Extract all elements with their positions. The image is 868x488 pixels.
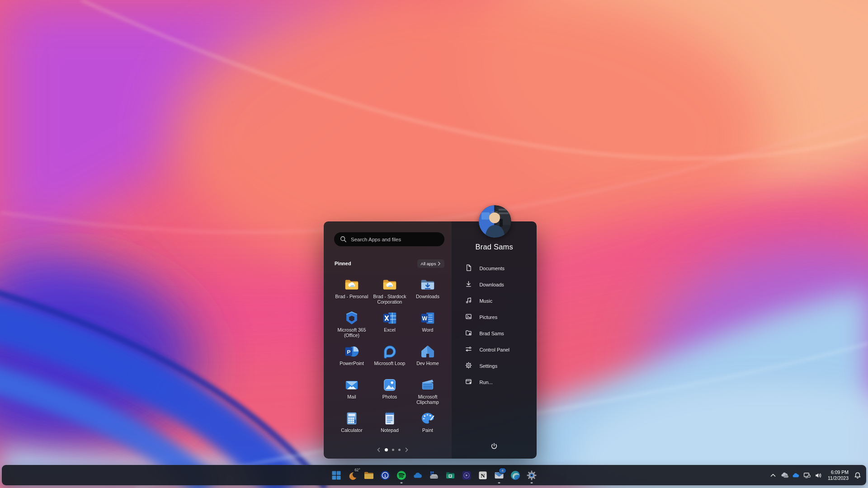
devhome-icon [420,344,435,359]
search-icon [340,236,347,243]
word-icon: W [420,310,435,326]
bell-icon [854,471,862,479]
running-indicator [498,482,500,483]
clock-time: 6:09 PM [828,469,849,475]
taskbar-edge-button[interactable] [509,466,522,484]
settings-gear-icon [526,470,537,481]
app-tile-powerpoint[interactable]: PPowerPoint [333,344,371,377]
taskbar-external-drive-button[interactable] [428,466,440,484]
app-tile-label: Paint [422,428,433,433]
app-tile-label: Brad - Personal [335,294,368,300]
app-tile-photos[interactable]: Photos [371,377,409,411]
app-tile-label: Downloads [416,294,439,300]
spotify-icon [396,470,407,481]
app-tile-microsoft-365-office[interactable]: Microsoft 365 (Office) [333,310,371,344]
user-shortcut-documents[interactable]: Documents [452,260,537,277]
clock-date: 11/2/2023 [828,475,849,481]
clouds-gray-icon [780,471,788,479]
app-tile-label: Calculator [341,428,362,433]
page-dot-1[interactable] [385,448,388,451]
pinned-app-grid: Brad - PersonalBrad - Stardock Corporati… [333,277,447,444]
onedrive-cloud-icon [412,470,423,481]
app-tile-label: Microsoft Loop [374,361,406,366]
pinned-heading: Pinned [335,261,351,266]
user-shortcut-label: Control Panel [479,347,509,352]
user-shortcut-control-panel[interactable]: Control Panel [452,342,537,358]
user-shortcut-brad-sams[interactable]: Brad Sams [452,325,537,342]
user-shortcut-music[interactable]: Music [452,293,537,309]
app-tile-calculator[interactable]: Calculator [333,411,371,444]
sliders-icon [465,345,472,355]
tray-network-button[interactable] [802,466,811,484]
taskbar-start-button[interactable] [330,466,343,484]
page-prev-button[interactable] [377,447,381,452]
unread-count-badge: 4 [499,468,506,473]
user-shortcut-run[interactable]: Run... [452,374,537,390]
taskbar-widgets-weather-button[interactable]: 62° [346,466,359,484]
app-tile-mail[interactable]: Mail [333,377,371,411]
speaker-icon [814,471,822,479]
search-input[interactable] [351,237,444,242]
tray-volume-button[interactable] [814,466,822,484]
taskbar-1password-button[interactable]: 1 [379,466,392,484]
onedrive-cloud-small-icon [792,471,800,479]
app-tile-paint[interactable]: Paint [409,411,447,444]
page-next-button[interactable] [405,447,409,452]
taskbar-center-icons: 62°1N4 [330,465,538,485]
user-shortcut-downloads[interactable]: Downloads [452,277,537,293]
app-tile-label: Brad - Stardock Corporation [371,294,409,305]
user-shortcut-label: Settings [479,363,497,369]
app-tile-brad-personal[interactable]: Brad - Personal [333,277,371,310]
tray-onedrive-tray-button[interactable] [791,466,800,484]
taskbar-clock[interactable]: 6:09 PM 11/2/2023 [828,469,849,481]
svg-text:P: P [347,349,350,355]
app-tile-notepad[interactable]: Notepad [371,411,409,444]
user-name: Brad Sams [452,243,537,251]
app-tile-excel[interactable]: Excel [371,310,409,344]
app-tile-brad-stardock-corporation[interactable]: Brad - Stardock Corporation [371,277,409,310]
start-menu: Pinned All apps Brad - PersonalBrad - St… [324,221,537,459]
page-dot-2[interactable] [392,449,394,451]
app-tile-downloads[interactable]: Downloads [409,277,447,310]
taskbar-video-app-button[interactable] [460,466,473,484]
power-button[interactable] [487,440,501,453]
run-window-icon [465,378,472,387]
app-tile-label: Photos [382,394,397,400]
paint-icon [420,411,435,426]
taskbar-notion-button[interactable]: N [476,466,489,484]
user-avatar[interactable] [479,205,511,238]
calculator-icon [344,411,359,426]
user-shortcut-pictures[interactable]: Pictures [452,309,537,325]
user-shortcut-label: Run... [479,380,492,385]
taskbar-onedrive-button[interactable] [411,466,424,484]
excel-icon [382,310,397,326]
tray-cloud-status-button[interactable] [780,466,788,484]
taskbar-spotify-button[interactable] [395,466,408,484]
app-tile-label: Mail [347,394,356,400]
app-tile-microsoft-clipchamp[interactable]: Microsoft Clipchamp [409,377,447,411]
taskbar-settings-button[interactable] [525,466,538,484]
app-tile-dev-home[interactable]: Dev Home [409,344,447,377]
app-tile-label: PowerPoint [340,361,364,366]
running-indicator [531,482,533,483]
app-tile-microsoft-loop[interactable]: Microsoft Loop [371,344,409,377]
all-apps-button[interactable]: All apps [418,260,444,267]
m365-icon [344,310,359,326]
user-shortcut-settings[interactable]: Settings [452,358,537,374]
clipchamp-icon [420,377,435,393]
app-tile-label: Microsoft 365 (Office) [333,328,371,338]
taskbar-file-explorer-button[interactable] [363,466,375,484]
page-dot-3[interactable] [398,449,401,451]
notifications-button[interactable] [853,466,862,484]
system-tray: 6:09 PM 11/2/2023 [769,465,862,485]
taskbar-downloads-folder-button[interactable] [444,466,457,484]
hidden-icons-button[interactable] [769,466,777,484]
start-search-box[interactable] [334,232,444,246]
start-menu-pinned-section: Pinned All apps Brad - PersonalBrad - St… [324,221,451,459]
user-shortcut-label: Documents [479,266,505,271]
onedrive-folder-icon [344,277,359,292]
mail-app-icon [344,377,359,393]
document-icon [465,264,472,273]
taskbar-mail-button[interactable]: 4 [493,466,505,484]
app-tile-word[interactable]: WWord [409,310,447,344]
